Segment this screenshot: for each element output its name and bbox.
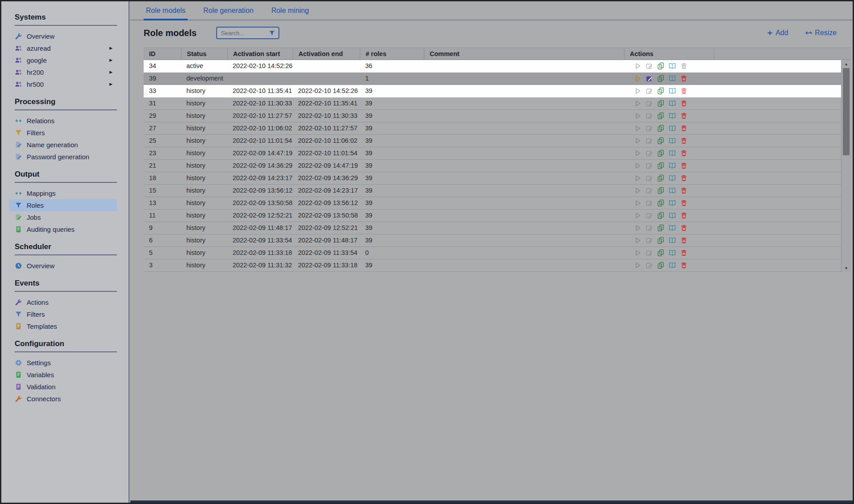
- sidebar-item-hr500[interactable]: hr500▶: [1, 78, 129, 90]
- book-button[interactable]: [669, 100, 676, 107]
- sidebar-item-settings[interactable]: Settings: [1, 357, 129, 369]
- edit-button[interactable]: [645, 125, 653, 132]
- scroll-up-icon[interactable]: ▲: [842, 62, 851, 66]
- column-header-comment[interactable]: Comment: [424, 48, 624, 60]
- book-button[interactable]: [669, 87, 676, 95]
- sidebar-item-auditing-queries[interactable]: Auditing queries: [1, 223, 129, 235]
- play-button[interactable]: [634, 62, 641, 70]
- book-button[interactable]: [669, 187, 676, 194]
- edit-button[interactable]: [645, 262, 653, 269]
- trash-button[interactable]: [680, 137, 688, 145]
- edit-button[interactable]: [645, 87, 653, 95]
- book-button[interactable]: [669, 262, 676, 269]
- trash-button[interactable]: [680, 162, 688, 169]
- trash-button[interactable]: [680, 187, 688, 194]
- copy-button[interactable]: [657, 212, 665, 219]
- table-row[interactable]: 6history2022-02-09 11:33:542022-02-09 11…: [144, 234, 841, 247]
- play-button[interactable]: [634, 162, 641, 169]
- copy-button[interactable]: [657, 125, 665, 132]
- book-button[interactable]: [669, 249, 676, 257]
- table-row[interactable]: 18history2022-02-09 14:23:172022-02-09 1…: [144, 172, 841, 185]
- play-button[interactable]: [634, 75, 641, 82]
- copy-button[interactable]: [657, 112, 665, 120]
- copy-button[interactable]: [657, 224, 665, 232]
- copy-button[interactable]: [657, 262, 665, 269]
- edit-button[interactable]: [645, 237, 653, 244]
- edit-button[interactable]: [645, 162, 653, 169]
- column-header-activation-start[interactable]: Activation start: [227, 48, 293, 60]
- play-button[interactable]: [634, 262, 641, 269]
- trash-button[interactable]: [680, 62, 688, 70]
- sidebar-item-connectors[interactable]: Connectors: [1, 393, 129, 405]
- book-button[interactable]: [669, 149, 676, 157]
- trash-button[interactable]: [680, 237, 688, 244]
- sidebar-item-google[interactable]: google▶: [1, 54, 129, 66]
- edit-button[interactable]: [645, 187, 653, 194]
- play-button[interactable]: [634, 149, 641, 157]
- table-row[interactable]: 34active2022-02-10 14:52:2636: [144, 60, 841, 73]
- sidebar-item-templates[interactable]: Templates: [1, 320, 129, 332]
- edit-button[interactable]: [645, 199, 653, 207]
- edit-button[interactable]: [645, 249, 653, 257]
- book-button[interactable]: [669, 237, 676, 244]
- play-button[interactable]: [634, 199, 641, 207]
- book-button[interactable]: [669, 137, 676, 145]
- play-button[interactable]: [634, 125, 641, 132]
- trash-button[interactable]: [680, 262, 688, 269]
- copy-button[interactable]: [657, 149, 665, 157]
- edit-button[interactable]: [645, 75, 653, 82]
- trash-button[interactable]: [680, 199, 688, 207]
- edit-button[interactable]: [645, 212, 653, 219]
- book-button[interactable]: [669, 112, 676, 120]
- trash-button[interactable]: [680, 249, 688, 257]
- table-row[interactable]: 21history2022-02-09 14:36:292022-02-09 1…: [144, 160, 841, 172]
- trash-button[interactable]: [680, 125, 688, 132]
- book-button[interactable]: [669, 174, 676, 182]
- copy-button[interactable]: [657, 137, 665, 145]
- table-row[interactable]: 33history2022-02-10 11:35:412022-02-10 1…: [144, 85, 841, 97]
- trash-button[interactable]: [680, 100, 688, 107]
- copy-button[interactable]: [657, 100, 665, 107]
- copy-button[interactable]: [657, 75, 665, 82]
- copy-button[interactable]: [657, 174, 665, 182]
- play-button[interactable]: [634, 212, 641, 219]
- table-row[interactable]: 39development1: [144, 73, 841, 85]
- trash-button[interactable]: [680, 212, 688, 219]
- book-button[interactable]: [669, 212, 676, 219]
- copy-button[interactable]: [657, 249, 665, 257]
- sidebar-item-filters[interactable]: Filters: [1, 308, 129, 320]
- column-header--roles[interactable]: # roles: [360, 48, 424, 60]
- copy-button[interactable]: [657, 62, 665, 70]
- table-row[interactable]: 25history2022-02-10 11:01:542022-02-10 1…: [144, 135, 841, 147]
- play-button[interactable]: [634, 112, 641, 120]
- sidebar-item-roles[interactable]: Roles: [9, 199, 117, 211]
- play-button[interactable]: [634, 237, 641, 244]
- tab-role-models[interactable]: Role models: [144, 3, 188, 20]
- book-button[interactable]: [669, 125, 676, 132]
- table-row[interactable]: 23history2022-02-09 14:47:192022-02-10 1…: [144, 147, 841, 160]
- play-button[interactable]: [634, 100, 641, 107]
- sidebar-item-name-generation[interactable]: Name generation: [1, 139, 129, 151]
- table-row[interactable]: 29history2022-02-10 11:27:572022-02-10 1…: [144, 110, 841, 122]
- column-header-activation-end[interactable]: Activation end: [293, 48, 360, 60]
- sidebar-item-filters[interactable]: Filters: [1, 127, 129, 139]
- edit-button[interactable]: [645, 149, 653, 157]
- table-row[interactable]: 9history2022-02-09 11:48:172022-02-09 12…: [144, 222, 841, 234]
- copy-button[interactable]: [657, 199, 665, 207]
- copy-button[interactable]: [657, 162, 665, 169]
- sidebar-item-mappings[interactable]: Mappings: [1, 187, 129, 199]
- edit-button[interactable]: [645, 100, 653, 107]
- play-button[interactable]: [634, 224, 641, 232]
- trash-button[interactable]: [680, 149, 688, 157]
- trash-button[interactable]: [680, 174, 688, 182]
- copy-button[interactable]: [657, 87, 665, 95]
- play-button[interactable]: [634, 137, 641, 145]
- play-button[interactable]: [634, 87, 641, 95]
- sidebar-item-validation[interactable]: Validation: [1, 381, 129, 393]
- table-row[interactable]: 5history2022-02-09 11:33:182022-02-09 11…: [144, 247, 841, 259]
- book-button[interactable]: [669, 162, 676, 169]
- copy-button[interactable]: [657, 237, 665, 244]
- column-header-status[interactable]: Status: [181, 48, 227, 60]
- trash-button[interactable]: [680, 112, 688, 120]
- scrollbar-thumb[interactable]: [843, 68, 850, 155]
